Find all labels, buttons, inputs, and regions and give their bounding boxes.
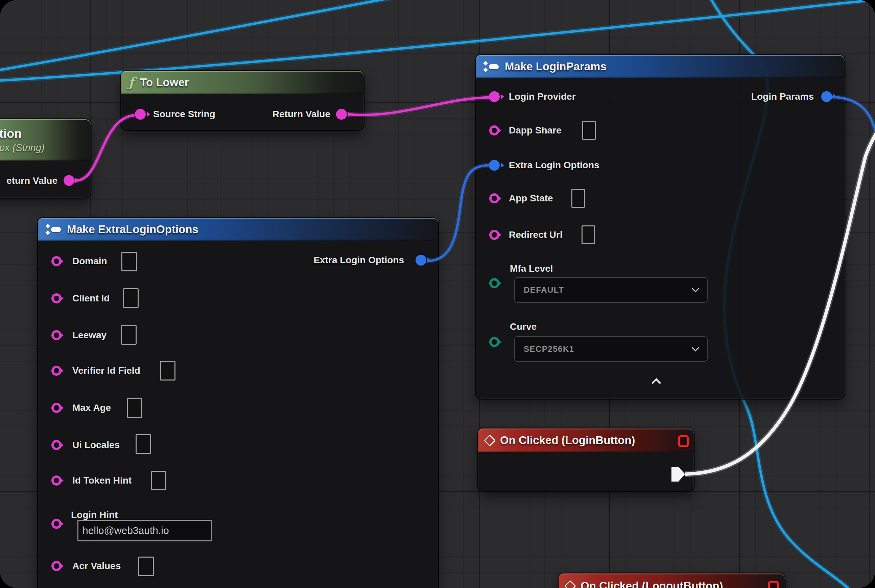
max-age-value-field[interactable] [127,398,142,418]
node-title: On Clicked (LogoutButton) [580,579,723,588]
pin-label-verifier-id-field: Verifier Id Field [72,365,140,376]
string-pin-redirect-url-icon[interactable] [489,230,499,240]
leeway-value-field[interactable] [121,325,137,345]
struct-output-pin-icon[interactable] [415,255,426,266]
string-pin-leeway-icon[interactable] [51,330,62,340]
string-output-pin-icon[interactable] [336,109,347,120]
pin-label-login-provider: Login Provider [509,91,576,102]
wire-return-value-to-login-provider[interactable] [347,98,491,115]
pin-label-extra-login-options: Extra Login Options [509,160,600,171]
node-partial-text-function[interactable]: tion ox (String) eturn Value [0,119,90,198]
node-header[interactable]: On Clicked (LoginButton) [478,429,694,452]
login-hint-text-input[interactable]: hello@web3auth.io [77,520,212,542]
node-on-clicked-login-button[interactable]: On Clicked (LoginButton) [478,429,694,491]
mfa-level-value: DEFAULT [524,285,564,295]
node-title: To Lower [140,76,189,89]
pin-label-app-state: App State [509,193,553,204]
make-struct-icon [45,223,61,236]
function-icon: ƒ [128,76,134,89]
enum-pin-curve-icon[interactable] [489,337,499,347]
verifier-id-field-value-field[interactable] [160,361,176,381]
pin-label-login-hint: Login Hint [71,510,118,520]
client-id-value-field[interactable] [123,288,138,308]
blueprint-graph-canvas[interactable]: tion ox (String) eturn Value ƒ To Lower … [0,0,875,588]
dapp-share-value-field[interactable] [582,121,596,140]
pin-label-ui-locales: Ui Locales [72,440,120,450]
string-pin-ui-locales-icon[interactable] [51,440,62,450]
collapse-pins-button[interactable] [652,377,660,385]
pin-label-domain: Domain [72,256,107,267]
struct-pin-extra-login-options-icon[interactable] [489,160,500,171]
pin-label-leeway: Leeway [72,330,107,340]
acr-values-value-field[interactable] [138,556,154,576]
node-make-extra-login-options[interactable]: Make ExtraLoginOptions Extra Login Optio… [38,218,438,588]
make-struct-icon [483,60,499,73]
pin-label-max-age: Max Age [72,402,111,413]
delegate-square-icon[interactable] [678,435,689,447]
node-to-lower[interactable]: ƒ To Lower Source String Return Value [121,71,364,130]
wire-decor-top-1 [0,0,443,72]
node-subtitle-fragment: ox (String) [0,142,45,153]
node-header[interactable]: Make LoginParams [476,55,845,78]
string-pin-max-age-icon[interactable] [51,403,62,413]
pin-label-redirect-url: Redirect Url [509,230,562,240]
mfa-level-dropdown[interactable]: DEFAULT [514,277,708,303]
exec-output-pin-icon[interactable] [672,466,685,482]
pin-label-mfa-level: Mfa Level [510,263,553,274]
pin-label-id-token-hint: Id Token Hint [72,475,132,486]
node-header[interactable]: Make ExtraLoginOptions [38,218,438,241]
string-pin-acr-values-icon[interactable] [51,561,62,571]
string-pin-client-id-icon[interactable] [51,293,62,303]
node-make-login-params[interactable]: Make LoginParams Login Provider Login Pa… [476,55,845,399]
domain-value-field[interactable] [121,252,137,272]
pin-label-return-value: eturn Value [6,176,57,186]
redirect-url-value-field[interactable] [582,225,595,244]
delegate-square-icon[interactable] [768,581,779,588]
string-pin-login-hint-icon[interactable] [51,519,62,529]
pin-label-source-string: Source String [153,109,215,120]
enum-pin-mfa-level-icon[interactable] [489,278,499,288]
node-title: Make ExtraLoginOptions [67,223,198,236]
node-header[interactable]: tion ox (String) [0,119,90,160]
string-input-pin-icon[interactable] [135,109,146,120]
pin-label-return-value: Return Value [272,109,330,120]
struct-output-pin-icon[interactable] [821,91,832,102]
node-header[interactable]: On Clicked (LogoutButton) [559,573,785,588]
pin-label-login-params-out: Login Params [751,91,814,102]
pin-label-dapp-share: Dapp Share [509,125,562,136]
node-header[interactable]: ƒ To Lower [121,71,364,94]
event-diamond-icon [564,580,576,588]
node-title: On Clicked (LoginButton) [500,434,635,447]
event-diamond-icon [484,434,496,446]
pin-label-acr-values: Acr Values [72,561,121,572]
id-token-hint-value-field[interactable] [151,471,166,490]
app-state-value-field[interactable] [571,189,585,208]
string-pin-dapp-share-icon[interactable] [489,125,499,135]
ui-locales-value-field[interactable] [135,434,151,454]
pin-label-curve: Curve [510,321,537,332]
chevron-down-icon [692,285,699,292]
node-on-clicked-logout-button[interactable]: On Clicked (LogoutButton) [559,573,785,588]
node-title: Make LoginParams [505,60,607,73]
pin-label-client-id: Client Id [72,293,110,304]
curve-value: SECP256K1 [524,344,574,354]
string-pin-id-token-hint-icon[interactable] [51,476,62,486]
string-output-pin-icon[interactable] [63,175,74,186]
chevron-down-icon [692,344,699,351]
string-pin-app-state-icon[interactable] [489,193,499,203]
curve-dropdown[interactable]: SECP256K1 [514,336,708,362]
node-title-fragment: tion [0,127,22,141]
pin-label-extra-login-options-out: Extra Login Options [313,255,404,266]
string-pin-login-provider-icon[interactable] [489,91,500,102]
string-pin-verifier-id-field-icon[interactable] [51,366,62,376]
string-pin-domain-icon[interactable] [51,256,62,266]
